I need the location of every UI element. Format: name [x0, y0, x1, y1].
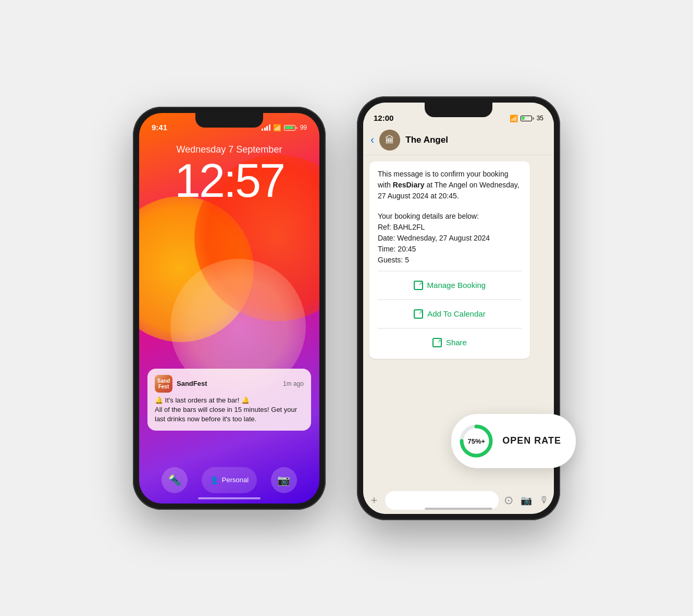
booking-message-bubble: This message is to confirm your booking … — [369, 161, 530, 359]
notif-app-name: SandFest — [177, 380, 207, 387]
share-icon — [432, 338, 442, 347]
lock-phone-wrapper: 9:41 📶 — [133, 107, 326, 510]
lock-status-icons: 📶 99 — [262, 124, 307, 132]
add-to-calendar-button[interactable]: Add To Calendar — [378, 305, 522, 323]
flashlight-icon: 🔦 — [168, 474, 181, 486]
manage-booking-label: Manage Booking — [427, 281, 486, 290]
lock-screen-container: 9:41 📶 — [139, 113, 319, 504]
lock-center: Wednesday 7 September 12:57 — [139, 144, 319, 204]
notif-header: SandFest SandFest 1m ago — [155, 375, 304, 393]
msg-divider-2 — [378, 299, 522, 300]
notif-app-icon: SandFest — [155, 375, 172, 393]
camera-input-icon[interactable]: 📷 — [521, 495, 532, 506]
wa-status-icons: 📶 35 — [510, 115, 543, 122]
notification-card[interactable]: SandFest SandFest 1m ago 🔔 It's last ord… — [147, 369, 311, 431]
share-label: Share — [446, 338, 467, 347]
add-calendar-label: Add To Calendar — [427, 309, 485, 318]
home-indicator — [198, 497, 261, 499]
sticker-icon[interactable]: ⊙ — [504, 494, 513, 507]
share-button[interactable]: Share — [378, 334, 522, 351]
message-time: Time: 20:45 — [378, 244, 522, 255]
flashlight-button[interactable]: 🔦 — [162, 467, 188, 493]
msg-divider-1 — [378, 271, 522, 271]
lock-screen: 9:41 📶 — [139, 113, 319, 504]
back-button[interactable]: ‹ — [370, 133, 374, 147]
wa-battery-label: 35 — [537, 115, 543, 122]
svg-text:🏛: 🏛 — [385, 134, 394, 145]
lock-date: Wednesday 7 September — [139, 144, 319, 155]
signal-icon — [262, 124, 270, 131]
notch — [195, 113, 263, 128]
open-rate-percentage: 75%+ — [468, 437, 486, 445]
wa-header: ‹ 🏛 The Angel — [363, 125, 554, 155]
wa-home-indicator — [425, 508, 492, 510]
message-date: Date: Wednesday, 27 August 2024 — [378, 233, 522, 244]
lock-clock: 12:57 — [139, 157, 319, 204]
message-intro: This message is to confirm your booking … — [378, 169, 522, 202]
message-guests: Guests: 5 — [378, 255, 522, 266]
lock-bottom: 🔦 👤 Personal 📷 — [139, 467, 319, 493]
battery-icon — [284, 125, 298, 131]
chat-notch — [425, 103, 492, 117]
msg-divider-3 — [378, 328, 522, 329]
wa-status-time: 12:00 — [374, 114, 393, 122]
camera-button[interactable]: 📷 — [271, 467, 297, 493]
notif-body: 🔔 It's last orders at the bar! 🔔 All of … — [155, 396, 304, 424]
notif-line1: 🔔 It's last orders at the bar! 🔔 — [155, 396, 304, 405]
personal-label: Personal — [222, 476, 249, 484]
manage-booking-button[interactable]: Manage Booking — [378, 276, 522, 294]
notif-time: 1m ago — [283, 380, 304, 387]
notif-line2: All of the bars will close in 15 minutes… — [155, 405, 304, 424]
chat-phone-wrapper: 12:00 📶 35 — [357, 96, 560, 520]
mic-icon[interactable]: 🎙 — [539, 495, 549, 506]
camera-icon: 📷 — [277, 474, 290, 486]
person-icon: 👤 — [210, 476, 219, 484]
contact-name[interactable]: The Angel — [405, 135, 448, 145]
wifi-icon: 📶 — [273, 124, 281, 132]
message-details-header: Your booking details are below: — [378, 211, 522, 222]
lock-status-time: 9:41 — [152, 123, 167, 132]
open-rate-badge: 75%+ OPEN RATE — [451, 414, 576, 468]
notif-app-info: SandFest SandFest — [155, 375, 207, 393]
open-rate-label: OPEN RATE — [502, 435, 561, 446]
add-calendar-icon — [414, 309, 423, 319]
notif-app-icon-inner: SandFest — [155, 375, 172, 393]
personal-button[interactable]: 👤 Personal — [202, 467, 257, 493]
plus-button[interactable]: + — [368, 492, 380, 509]
plus-icon: + — [371, 494, 378, 507]
message-ref: Ref: BAHL2FL — [378, 222, 522, 233]
scene: 9:41 📶 — [0, 76, 693, 541]
wa-battery-icon — [521, 116, 534, 121]
battery-label: 99 — [300, 124, 307, 131]
wa-input-icons: ⊙ 📷 🎙 — [504, 494, 549, 507]
wa-input-bar: + ⊙ 📷 🎙 — [363, 487, 554, 514]
wa-wifi-icon: 📶 — [510, 115, 518, 122]
manage-booking-icon — [414, 281, 423, 290]
message-input[interactable] — [385, 491, 499, 510]
open-rate-chart: 75%+ — [459, 423, 494, 459]
contact-avatar[interactable]: 🏛 — [379, 130, 400, 150]
lock-phone: 9:41 📶 — [133, 107, 326, 510]
